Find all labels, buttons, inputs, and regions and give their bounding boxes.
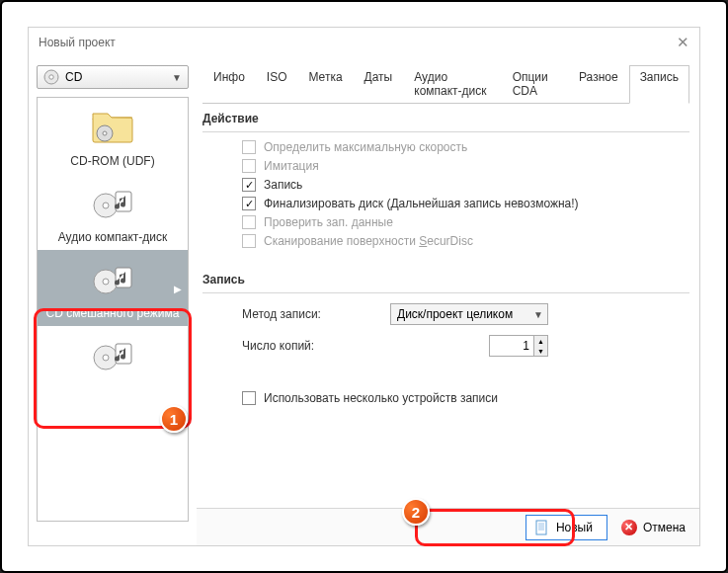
svg-point-9: [103, 279, 109, 285]
tab-misc[interactable]: Разное: [568, 65, 629, 103]
sidebar-item-extra[interactable]: [38, 326, 188, 384]
label-copies: Число копий:: [242, 339, 390, 353]
right-panel: Инфо ISO Метка Даты Аудио компакт-диск О…: [197, 57, 699, 545]
sidebar-item-label: CD-ROM (UDF): [41, 154, 184, 168]
chevron-down-icon: ▼: [533, 309, 543, 320]
dialog-window: Новый проект ✕ CD ▼ CD-ROM (UDF: [28, 27, 700, 546]
section-write-title: Запись: [202, 273, 689, 286]
check-multi-recorder[interactable]: Использовать несколько устройств записи: [242, 391, 689, 405]
check-securdisc: Сканирование поверхности SecurDisc: [242, 234, 689, 248]
tab-audio-cd[interactable]: Аудио компакт-диск: [403, 65, 501, 103]
checkbox-icon: [242, 215, 256, 229]
checkbox-icon: [242, 159, 256, 173]
check-detect-speed: Определить максимальную скорость: [242, 140, 689, 154]
sidebar-item-label: CD смешанного режима: [41, 306, 184, 320]
tabs: Инфо ISO Метка Даты Аудио компакт-диск О…: [202, 65, 689, 104]
sidebar-item-cdrom-udf[interactable]: CD-ROM (UDF): [38, 98, 188, 174]
left-column: CD ▼ CD-ROM (UDF) Аудио компакт-д: [29, 57, 197, 545]
chevron-down-icon: ▼: [172, 72, 182, 83]
svg-point-4: [103, 131, 107, 135]
new-project-icon: [534, 520, 550, 535]
tab-dates[interactable]: Даты: [354, 65, 404, 103]
titlebar: Новый проект ✕: [29, 28, 699, 57]
spin-up-icon[interactable]: ▲: [533, 336, 547, 346]
check-finalize[interactable]: Финализировать диск (Дальнейшая запись н…: [242, 197, 689, 210]
copies-value[interactable]: [502, 338, 531, 354]
chevron-right-icon: ▶: [174, 283, 182, 293]
checkbox-icon: [242, 197, 256, 210]
row-copies: Число копий: ▲ ▼: [242, 335, 689, 357]
checkbox-icon: [242, 140, 256, 154]
label-write-method: Метод записи:: [242, 307, 390, 321]
svg-point-1: [49, 75, 53, 79]
tab-write[interactable]: Запись: [629, 65, 689, 104]
cancel-icon: ✕: [621, 520, 637, 535]
dropdown-value: CD: [65, 70, 82, 84]
svg-point-12: [103, 355, 109, 361]
new-button[interactable]: Новый: [526, 515, 607, 540]
checkbox-icon: [242, 391, 256, 405]
combo-write-method[interactable]: Диск/проект целиком ▼: [390, 303, 548, 325]
check-simulate: Имитация: [242, 159, 689, 173]
row-write-method: Метод записи: Диск/проект целиком ▼: [242, 303, 689, 325]
tab-info[interactable]: Инфо: [202, 65, 256, 103]
input-copies[interactable]: ▲ ▼: [489, 335, 548, 357]
svg-point-6: [103, 203, 109, 208]
section-action-title: Действие: [202, 112, 689, 125]
mixed-disc-icon: [90, 260, 135, 299]
check-verify: Проверить зап. данные: [242, 215, 689, 229]
audio-disc-icon: [90, 184, 135, 223]
check-write[interactable]: Запись: [242, 178, 689, 192]
dialog-footer: Новый ✕ Отмена: [197, 508, 699, 545]
window-title: Новый проект: [39, 36, 677, 49]
sidebar-item-mixed-mode-cd[interactable]: CD смешанного режима ▶: [38, 250, 188, 326]
folder-disc-icon: [90, 108, 135, 147]
sidebar-item-audio-cd[interactable]: Аудио компакт-диск: [38, 174, 188, 250]
spin-down-icon[interactable]: ▼: [533, 346, 547, 356]
tab-cda-options[interactable]: Опции CDA: [502, 65, 568, 103]
close-icon[interactable]: ✕: [677, 34, 689, 51]
checkbox-icon: [242, 234, 256, 248]
checkbox-icon: [242, 178, 256, 192]
tab-iso[interactable]: ISO: [256, 65, 298, 103]
tab-label[interactable]: Метка: [297, 65, 353, 103]
sidebar-item-label: Аудио компакт-диск: [41, 230, 184, 244]
project-type-list[interactable]: CD-ROM (UDF) Аудио компакт-диск CD смеша…: [37, 97, 189, 522]
audio-disc-icon: [90, 336, 135, 375]
disc-type-dropdown[interactable]: CD ▼: [37, 65, 189, 89]
disc-icon: [43, 69, 59, 85]
cancel-button[interactable]: ✕ Отмена: [621, 520, 686, 535]
